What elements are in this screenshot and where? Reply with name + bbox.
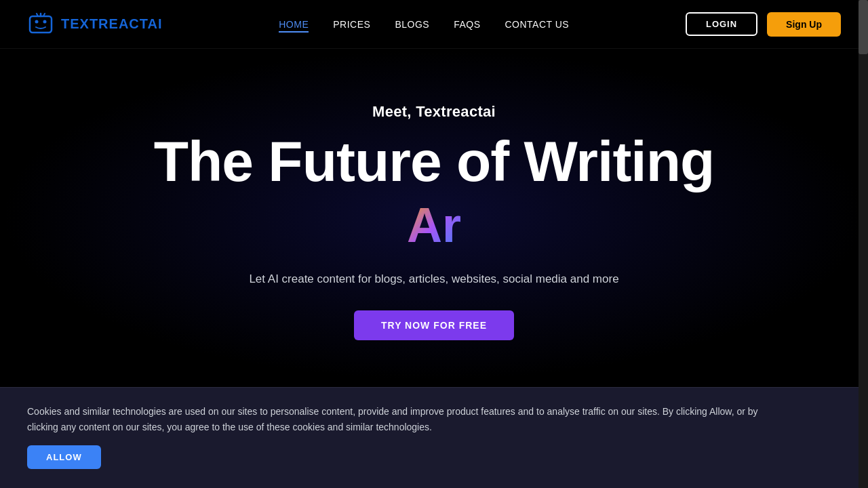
nav-item-contact[interactable]: CONTACT US — [505, 18, 569, 30]
allow-button[interactable]: ALLOW — [27, 445, 101, 469]
scrollbar[interactable] — [859, 0, 868, 488]
cookie-text: Cookies and similar technologies are use… — [27, 404, 773, 434]
login-button[interactable]: LOGIN — [686, 12, 757, 36]
nav-item-faqs[interactable]: FAQS — [454, 18, 480, 30]
nav-item-home[interactable]: HOME — [279, 18, 309, 30]
nav-menu: HOME PRICES BLOGS FAQS CONTACT US — [279, 18, 569, 30]
brand-name: TEXTREACTAI — [61, 16, 163, 32]
logo[interactable]: TEXTREACTAI — [27, 11, 163, 38]
scrollbar-thumb[interactable] — [859, 0, 868, 54]
nav-item-prices[interactable]: PRICES — [333, 18, 370, 30]
logo-icon — [27, 11, 54, 38]
hero-title: The Future of Writing — [154, 131, 715, 191]
nav-item-blogs[interactable]: BLOGS — [395, 18, 429, 30]
navbar: TEXTREACTAI HOME PRICES BLOGS FAQS CONTA… — [0, 0, 868, 49]
svg-point-1 — [35, 20, 39, 23]
hero-description: Let AI create content for blogs, article… — [249, 272, 618, 286]
cookie-banner: Cookies and similar technologies are use… — [0, 387, 868, 488]
nav-actions: LOGIN Sign Up — [686, 12, 841, 37]
hero-animated-word: Ar — [407, 199, 461, 252]
hero-section: Meet, Textreactai The Future of Writing … — [0, 49, 868, 381]
try-now-button[interactable]: TRY NOW FOR FREE — [354, 310, 514, 340]
hero-subtitle: Meet, Textreactai — [372, 103, 496, 121]
signup-button[interactable]: Sign Up — [767, 12, 841, 37]
svg-point-2 — [43, 20, 47, 23]
svg-rect-0 — [30, 16, 52, 33]
